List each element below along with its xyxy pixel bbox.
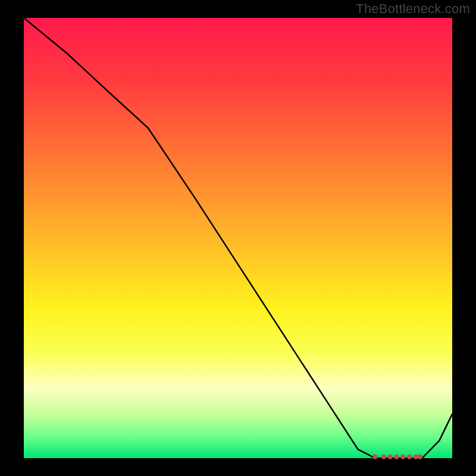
chart-frame: TheBottleneck.com (0, 0, 476, 476)
marker-dot (372, 455, 377, 459)
marker-dot (407, 455, 412, 459)
marker-dot (418, 455, 422, 459)
marker-dot (381, 455, 386, 459)
marker-dot (388, 455, 393, 459)
bottleneck-curve (24, 18, 452, 458)
marker-dot (400, 455, 405, 459)
marker-dot (394, 455, 399, 459)
plot-area (24, 18, 452, 458)
marker-dot (414, 455, 418, 459)
chart-svg (24, 18, 452, 458)
watermark-text: TheBottleneck.com (356, 1, 470, 17)
